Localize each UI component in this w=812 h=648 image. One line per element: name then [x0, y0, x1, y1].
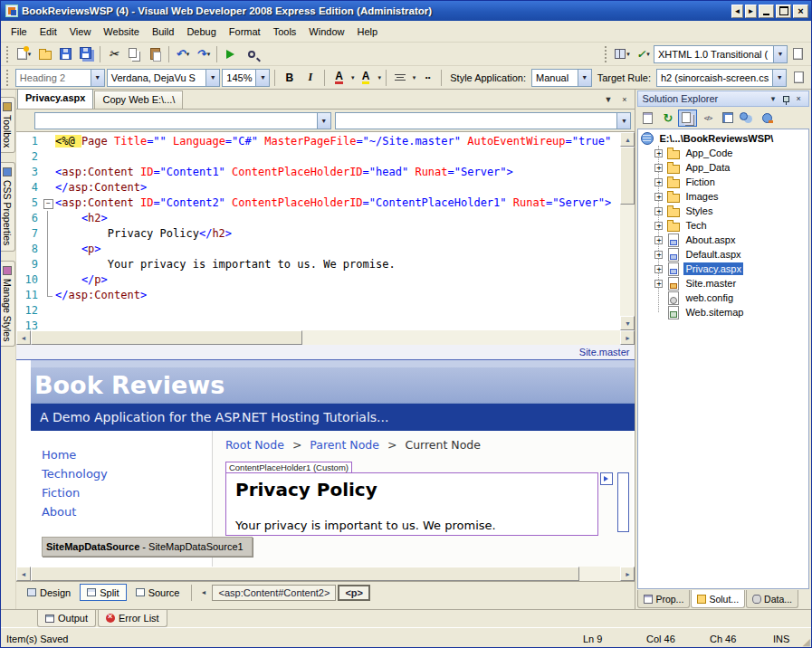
code-line[interactable]: 10 </p> [16, 272, 620, 288]
types-combobox[interactable]: ▼ [34, 112, 331, 129]
code-line[interactable]: 5<asp:Content ID="Content2" ContentPlace… [16, 195, 620, 211]
tree-item-about-aspx[interactable]: +About.aspx [654, 233, 808, 247]
split-view-button[interactable]: Split [80, 584, 126, 601]
tree-item-images[interactable]: +Images [654, 189, 808, 204]
style-sheet-button[interactable] [788, 44, 808, 63]
close-icon[interactable]: × [792, 93, 805, 105]
breadcrumb-parent[interactable]: Parent Node [310, 438, 379, 452]
view-code-icon[interactable] [698, 110, 717, 127]
toolbar-grip[interactable] [6, 70, 11, 86]
content-placeholder-region[interactable]: Privacy Policy Your privacy is important… [225, 472, 598, 536]
menu-format[interactable]: Format [223, 24, 267, 40]
solution-explorer-titlebar[interactable]: Solution Explorer ▾ × [637, 91, 809, 107]
members-combobox[interactable]: ▼ [335, 112, 632, 129]
scroll-up-icon[interactable]: ▲ [620, 132, 635, 147]
solution-tree[interactable]: E:\...\BookReviewsWSP\ +App_Code+App_Dat… [637, 129, 809, 589]
font-combobox[interactable]: Verdana, DejaVu S ▼ [107, 69, 221, 87]
chevron-down-icon[interactable]: ▾ [377, 74, 381, 81]
tree-item-site-master[interactable]: +Site.master [654, 276, 808, 291]
tree-root[interactable]: E:\...\BookReviewsWSP\ [640, 131, 808, 146]
minimize-icon[interactable] [759, 5, 774, 18]
menu-website[interactable]: Website [97, 24, 146, 40]
titlebar-scroll-right-icon[interactable]: ► [745, 5, 757, 18]
chevron-down-icon[interactable]: ▼ [91, 70, 104, 86]
find-button[interactable] [241, 44, 262, 63]
undo-button[interactable]: ▾ [172, 44, 193, 63]
tree-item-default-aspx[interactable]: +Default.aspx [654, 247, 808, 262]
italic-button[interactable] [301, 69, 320, 87]
design-view-button[interactable]: Design [20, 584, 78, 601]
menu-build[interactable]: Build [146, 24, 180, 40]
expand-icon[interactable]: + [654, 149, 663, 157]
expand-icon[interactable]: + [654, 178, 663, 186]
code-line[interactable]: 11</asp:Content> [16, 288, 620, 303]
toolbar-grip[interactable] [6, 46, 11, 62]
scroll-right-icon[interactable]: ► [620, 330, 635, 345]
nav-link-home[interactable]: Home [42, 445, 108, 464]
tab-database-explorer[interactable]: Data... [746, 590, 798, 608]
chevron-down-icon[interactable]: ▼ [772, 70, 786, 86]
pin-icon[interactable] [779, 93, 792, 105]
resize-grip-icon[interactable]: ◢ [803, 636, 810, 648]
menu-window[interactable]: Window [302, 24, 350, 40]
copy-button[interactable] [124, 44, 145, 63]
code-line[interactable]: 2 [16, 149, 620, 165]
target-rule-combobox[interactable]: h2 (sinorcaish-screen.cs ▼ [656, 69, 787, 87]
expand-icon[interactable]: + [654, 251, 663, 259]
refresh-icon[interactable] [658, 110, 677, 127]
tag-navigator-back-icon[interactable]: ◄ [196, 585, 210, 600]
highlight-button[interactable] [357, 69, 376, 87]
menu-view[interactable]: View [63, 24, 98, 40]
smart-tag-arrow-icon[interactable] [600, 472, 613, 485]
tab-error-list[interactable]: Error List [98, 610, 167, 627]
tree-item-fiction[interactable]: +Fiction [654, 175, 808, 189]
view-designer-icon[interactable] [718, 110, 737, 127]
chevron-down-icon[interactable]: ▼ [317, 113, 330, 129]
tree-item-app-code[interactable]: +App_Code [654, 146, 808, 160]
fold-collapse-icon[interactable] [42, 195, 55, 211]
code-vertical-scrollbar[interactable]: ▲ ▼ [620, 132, 635, 330]
scroll-down-icon[interactable]: ▼ [620, 316, 635, 330]
list-button[interactable] [417, 69, 436, 87]
scrollbar-track[interactable] [31, 567, 620, 581]
page-paragraph[interactable]: Your privacy is important to us. We prom… [235, 519, 496, 532]
chevron-down-icon[interactable]: ▼ [578, 70, 591, 86]
menu-file[interactable]: File [5, 24, 33, 40]
source-code-pane[interactable]: 1<%@ Page Title="" Language="C#" MasterP… [16, 131, 635, 330]
nav-link-about[interactable]: About [42, 502, 108, 521]
master-page-label[interactable]: Site.master [579, 347, 630, 357]
new-style-button[interactable] [788, 68, 808, 87]
menu-help[interactable]: Help [350, 24, 384, 40]
code-line[interactable]: 7 Privacy Policy</h2> [16, 226, 620, 242]
copy-web-site-icon[interactable] [738, 110, 757, 127]
start-debugging-button[interactable] [220, 44, 241, 63]
scrollbar-thumb[interactable] [31, 330, 302, 345]
code-line[interactable]: 9 Your privacy is important to us. We pr… [16, 257, 620, 272]
expand-icon[interactable]: + [654, 222, 663, 230]
nav-link-fiction[interactable]: Fiction [42, 483, 108, 502]
add-new-item-button[interactable]: ▾ [14, 44, 34, 63]
code-line[interactable]: 1<%@ Page Title="" Language="C#" MasterP… [16, 134, 620, 149]
toolbar-grip[interactable] [605, 46, 609, 62]
scrollbar-thumb[interactable] [31, 567, 579, 581]
maximize-icon[interactable] [776, 5, 791, 18]
expand-icon[interactable]: + [654, 207, 663, 215]
code-line[interactable]: 4</asp:Content> [16, 180, 620, 195]
scroll-left-icon[interactable]: ◄ [16, 330, 31, 345]
tab-properties[interactable]: Prop... [637, 590, 690, 608]
sidetab-css-properties[interactable]: CSS Properties [1, 162, 15, 251]
code-line[interactable]: 13 [16, 319, 620, 330]
nav-link-technology[interactable]: Technology [42, 464, 108, 483]
scrollbar-track[interactable] [31, 330, 620, 345]
tree-item-styles[interactable]: +Styles [654, 204, 808, 218]
tab-list-icon[interactable]: ▼ [601, 92, 615, 106]
chevron-down-icon[interactable]: ▼ [255, 70, 269, 86]
properties-icon[interactable] [638, 110, 657, 127]
menu-tools[interactable]: Tools [267, 24, 303, 40]
tree-item-web-config[interactable]: web.config [654, 291, 808, 305]
menu-edit[interactable]: Edit [33, 24, 63, 40]
tab-privacy-aspx[interactable]: Privacy.aspx [17, 89, 93, 109]
scrollbar-track[interactable] [620, 147, 635, 316]
tree-item-app-data[interactable]: +App_Data [654, 160, 808, 175]
code-line[interactable]: 3<asp:Content ID="Content1" ContentPlace… [16, 165, 620, 180]
